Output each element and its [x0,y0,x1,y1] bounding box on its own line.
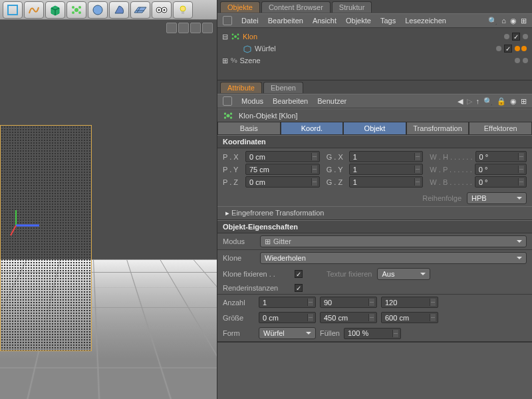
expand-icon[interactable]: ⊞ [521,97,527,106]
layer-dot[interactable] [504,34,509,39]
field-groesse-y[interactable]: 450 cm [320,312,377,323]
pin-icon[interactable]: ◉ [510,97,517,106]
om-menu-ansicht[interactable]: Ansicht [313,17,336,25]
layer-dot[interactable] [515,58,520,63]
tree-label: Szene [240,57,261,65]
nav-back-icon[interactable]: ◀ [458,97,463,106]
tab-ebenen[interactable]: Ebenen [263,82,303,93]
tool-spline[interactable] [24,1,44,19]
tool-light[interactable] [173,1,193,19]
tab-content-browser[interactable]: Content Browser [261,1,331,13]
lbl-wb: W . B . . . . . . [430,178,472,186]
render-dot[interactable] [523,58,528,63]
tool-wedge[interactable] [109,1,129,19]
field-anzahl-y[interactable]: 90 [320,297,377,308]
vp-opt1-icon[interactable] [166,23,177,33]
am-menu-bearbeiten[interactable]: Bearbeiten [273,97,308,105]
svg-point-12 [164,9,166,11]
field-px[interactable]: 0 cm [245,151,320,162]
field-wp[interactable]: 0 ° [475,164,527,175]
dropdown-reihenfolge[interactable]: HPB [467,192,527,204]
lbl-anzahl: Anzahl [223,299,255,307]
svg-point-23 [227,114,230,117]
lbl-wp: W . P . . . . . . [430,166,471,174]
tree-row-klon[interactable]: ⊟ Klon [221,31,528,43]
home-icon[interactable]: ⌂ [501,17,506,25]
vp-opt4-icon[interactable] [202,23,213,33]
field-groesse-x[interactable]: 0 cm [259,312,316,323]
field-anzahl-z[interactable]: 120 [381,297,438,308]
field-pz[interactable]: 0 cm [245,176,320,188]
tab-objekte[interactable]: Objekte [220,1,260,13]
tool-cloner[interactable] [66,1,86,19]
dropdown-textur-fixieren[interactable]: Aus [377,268,430,280]
subtab-transformation[interactable]: Transformation [406,122,469,135]
search-icon[interactable]: 🔍 [488,17,497,25]
field-anzahl-x[interactable]: 1 [259,297,316,308]
tool-eyes[interactable] [152,1,172,19]
viewport[interactable] [0,20,217,399]
axis-gizmo[interactable] [9,209,49,242]
om-menu-objekte[interactable]: Objekte [346,17,371,25]
svg-point-19 [232,34,234,36]
tool-deformer[interactable] [3,1,23,19]
field-fuellen[interactable]: 100 % [344,328,401,339]
tool-sphere[interactable] [88,1,108,19]
lock-icon[interactable]: 🔒 [497,97,506,106]
expand-icon[interactable]: ⊞ [221,57,228,65]
field-gx[interactable]: 1 [349,151,424,162]
chk-klone-fixieren[interactable] [295,270,303,278]
subtab-objekt[interactable]: Objekt [343,122,406,135]
am-menu-modus[interactable]: Modus [241,97,263,105]
field-groesse-z[interactable]: 600 cm [381,312,438,323]
render-dot[interactable] [523,34,528,39]
chk-renderinstanzen[interactable] [295,284,303,292]
vp-opt3-icon[interactable] [190,23,201,33]
visible-toggle[interactable] [512,33,520,41]
lbl-renderinstanzen: Renderinstanzen [223,284,289,292]
collapse-icon[interactable]: ⊟ [221,33,228,41]
tree-row-wuerfel[interactable]: Würfel [221,43,528,55]
field-wh[interactable]: 0 ° [475,151,527,162]
frozen-label: Eingefrorene Transformation [231,209,324,217]
vp-opt2-icon[interactable] [178,23,189,33]
subtab-effektoren[interactable]: Effektoren [469,122,532,135]
tab-attribute[interactable]: Attribute [220,82,262,93]
dropdown-form[interactable]: Würfel [259,327,316,339]
eye-icon[interactable]: ◉ [510,17,517,25]
nav-up-icon[interactable]: ↑ [476,97,480,106]
field-gz[interactable]: 1 [349,176,424,188]
search-icon[interactable]: 🔍 [483,97,493,106]
om-menu-datei[interactable]: Datei [241,17,259,25]
om-menu-icon[interactable] [223,16,232,25]
svg-point-2 [72,6,74,9]
om-menu-tags[interactable]: Tags [380,17,396,25]
om-menu-lesezeichen[interactable]: Lesezeichen [405,17,446,25]
nav-fwd-icon[interactable]: ▷ [467,97,472,106]
field-gy[interactable]: 1 [349,164,424,175]
tool-floor[interactable] [130,1,150,19]
subtab-basis[interactable]: Basis [217,122,281,135]
svg-point-25 [230,112,232,114]
tool-cube[interactable] [45,1,65,19]
field-py[interactable]: 75 cm [245,164,320,175]
tree-row-szene[interactable]: ⊞ ⁰⁄₀ Szene [221,55,528,66]
lbl-klone: Klone [223,254,255,262]
section-frozen[interactable]: ▸ Eingefrorene Transformation [217,206,532,220]
dropdown-klone[interactable]: Wiederholen [260,252,527,264]
subtab-koord[interactable]: Koord. [281,122,344,135]
tag-icons[interactable] [515,46,528,51]
field-wb[interactable]: 0 ° [475,176,527,188]
am-menu-icon[interactable] [223,96,232,106]
expand-icon[interactable]: ⊞ [521,17,527,25]
am-menubar: Modus Bearbeiten Benutzer ◀ ▷ ↑ 🔍 🔒 ◉ ⊞ [217,94,532,108]
om-tabstrip: Objekte Content Browser Struktur [217,0,532,13]
svg-point-1 [74,8,78,12]
om-menu-bearbeiten[interactable]: Bearbeiten [268,17,303,25]
dropdown-modus[interactable]: ⊞Gitter [260,235,527,247]
tree-label: Würfel [255,45,276,53]
layer-dot[interactable] [496,46,501,51]
tab-struktur[interactable]: Struktur [332,1,372,13]
visible-toggle[interactable] [504,45,512,53]
am-menu-benutzer[interactable]: Benutzer [317,97,346,105]
